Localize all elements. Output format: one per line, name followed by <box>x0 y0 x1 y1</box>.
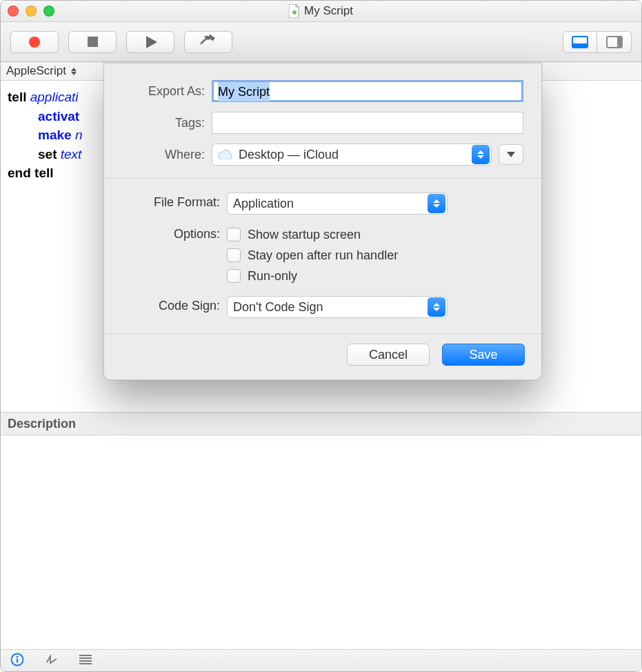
where-label: Where: <box>122 148 212 162</box>
checkbox[interactable] <box>227 269 241 283</box>
stop-icon <box>88 37 98 47</box>
popup-arrows-icon <box>428 297 445 317</box>
where-popup[interactable]: Desktop — iCloud <box>212 144 492 166</box>
export-sheet: Export As: My Script Tags: Where: Deskto… <box>103 63 542 380</box>
compile-button[interactable] <box>184 31 232 53</box>
run-button[interactable] <box>126 31 174 53</box>
window-title-text: My Script <box>304 4 353 18</box>
option-stay-open[interactable]: Stay open after run handler <box>227 245 523 266</box>
description-header[interactable]: Description <box>1 412 641 435</box>
svg-point-0 <box>292 10 297 14</box>
language-stepper-icon <box>70 68 78 75</box>
export-as-input[interactable]: My Script <box>212 80 523 102</box>
svg-point-7 <box>17 655 19 658</box>
record-button[interactable] <box>10 31 59 53</box>
option-label: Stay open after run handler <box>248 248 398 263</box>
cancel-button[interactable]: Cancel <box>347 344 430 366</box>
export-as-label: Export As: <box>122 84 212 99</box>
file-format-label: File Format: <box>122 192 227 210</box>
zoom-window-button[interactable] <box>43 6 54 17</box>
icloud-icon <box>218 150 233 159</box>
checkbox[interactable] <box>227 228 241 241</box>
save-button[interactable]: Save <box>442 344 525 366</box>
options-label: Options: <box>122 224 227 241</box>
option-label: Show startup screen <box>248 228 361 242</box>
export-as-value: My Script <box>218 82 270 101</box>
expand-save-panel-button[interactable] <box>499 144 523 165</box>
info-icon[interactable] <box>10 653 24 669</box>
option-run-only[interactable]: Run-only <box>227 266 523 286</box>
show-side-pane-button[interactable] <box>597 31 632 53</box>
code-sign-label: Code Sign: <box>122 296 227 313</box>
option-show-startup[interactable]: Show startup screen <box>227 224 523 245</box>
svg-rect-8 <box>17 658 18 662</box>
svg-rect-9 <box>79 655 92 656</box>
tags-input[interactable] <box>212 112 523 134</box>
status-bar <box>1 649 641 671</box>
svg-rect-3 <box>572 43 588 48</box>
accessory-icon[interactable] <box>45 654 59 668</box>
view-toggle <box>563 31 632 53</box>
hammer-icon <box>201 34 216 50</box>
where-value: Desktop — iCloud <box>239 148 339 162</box>
titlebar: My Script <box>1 1 641 22</box>
svg-rect-1 <box>208 34 215 41</box>
chevron-down-icon <box>507 152 515 157</box>
show-bottom-pane-button[interactable] <box>563 31 597 53</box>
popup-arrows-icon <box>428 194 445 213</box>
file-format-value: Application <box>233 197 294 211</box>
file-format-popup[interactable]: Application <box>227 192 448 215</box>
description-label: Description <box>8 417 76 431</box>
popup-arrows-icon <box>472 145 490 164</box>
side-pane-icon <box>606 36 623 48</box>
bottom-pane-icon <box>572 36 588 48</box>
close-window-button[interactable] <box>8 6 19 17</box>
description-area[interactable] <box>1 435 641 639</box>
document-icon <box>289 4 300 18</box>
code-sign-value: Don't Code Sign <box>233 300 323 315</box>
window-title: My Script <box>289 4 353 18</box>
record-icon <box>29 37 40 48</box>
checkbox[interactable] <box>227 248 241 262</box>
tags-label: Tags: <box>122 116 212 130</box>
toolbar <box>1 22 641 62</box>
option-label: Run-only <box>248 269 297 284</box>
list-icon[interactable] <box>79 655 92 667</box>
play-icon <box>146 36 157 48</box>
stop-button[interactable] <box>68 31 117 53</box>
language-label: AppleScript <box>6 64 66 78</box>
svg-rect-11 <box>79 660 92 662</box>
window-controls <box>8 6 54 17</box>
minimize-window-button[interactable] <box>26 6 37 17</box>
svg-rect-5 <box>617 37 622 48</box>
svg-rect-12 <box>79 663 92 664</box>
svg-rect-10 <box>79 658 92 659</box>
code-sign-popup[interactable]: Don't Code Sign <box>227 296 448 318</box>
